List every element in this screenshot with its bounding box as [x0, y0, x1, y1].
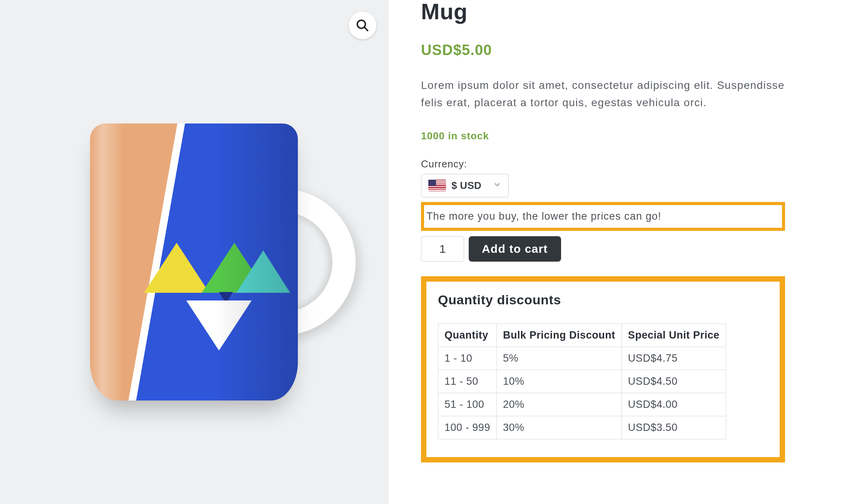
image-zoom-button[interactable]	[349, 12, 376, 39]
product-title: Mug	[421, 0, 837, 24]
table-row: 51 - 100 20% USD$4.00	[438, 393, 726, 416]
svg-line-1	[364, 27, 368, 31]
quantity-discounts-table: Quantity Bulk Pricing Discount Special U…	[438, 324, 726, 439]
stock-status: 1000 in stock	[421, 130, 837, 142]
quantity-input[interactable]	[421, 236, 464, 262]
chevron-down-icon	[493, 180, 501, 192]
table-row: 11 - 50 10% USD$4.50	[438, 370, 726, 393]
quantity-discounts-title: Quantity discounts	[438, 292, 768, 307]
col-quantity: Quantity	[438, 324, 497, 347]
table-row: 100 - 999 30% USD$3.50	[438, 416, 726, 439]
product-image-panel	[0, 0, 388, 504]
magnifier-icon	[356, 18, 369, 32]
col-discount: Bulk Pricing Discount	[496, 324, 621, 347]
quantity-discounts-box: Quantity discounts Quantity Bulk Pricing…	[421, 276, 785, 462]
product-details-panel: Mug USD$5.00 Lorem ipsum dolor sit amet,…	[388, 0, 852, 504]
currency-selected-value: $ USD	[451, 180, 481, 192]
table-header-row: Quantity Bulk Pricing Discount Special U…	[438, 324, 726, 347]
product-description: Lorem ipsum dolor sit amet, consectetur …	[421, 77, 790, 112]
currency-select[interactable]: $ USD	[421, 174, 509, 197]
add-to-cart-button[interactable]: Add to cart	[469, 236, 561, 262]
promo-text: The more you buy, the lower the prices c…	[424, 210, 777, 222]
col-unit-price: Special Unit Price	[621, 324, 726, 347]
product-image[interactable]	[44, 112, 344, 412]
table-row: 1 - 10 5% USD$4.75	[438, 347, 726, 370]
flag-us-icon	[428, 180, 446, 191]
promo-callout: The more you buy, the lower the prices c…	[421, 202, 785, 231]
currency-label: Currency:	[421, 158, 837, 170]
product-price: USD$5.00	[421, 42, 837, 58]
